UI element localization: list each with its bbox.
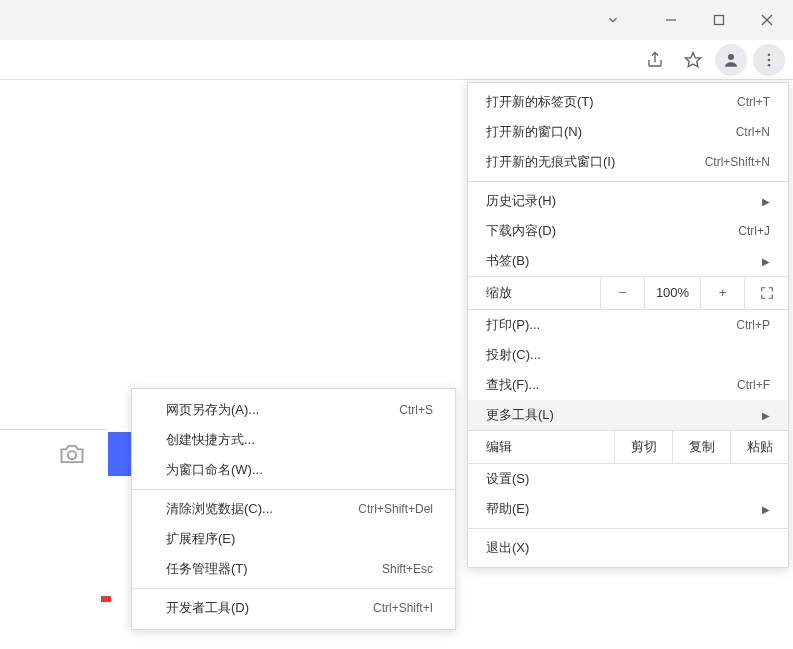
close-icon [761,14,773,26]
chevron-down-icon [606,13,620,27]
menu-label: 打开新的窗口(N) [486,123,736,141]
copy-button[interactable]: 复制 [672,430,730,464]
menu-new-window[interactable]: 打开新的窗口(N) Ctrl+N [468,117,788,147]
menu-downloads[interactable]: 下载内容(D) Ctrl+J [468,216,788,246]
submenu-name-window[interactable]: 为窗口命名(W)... [132,455,455,485]
kebab-menu-icon [760,51,778,69]
menu-label: 下载内容(D) [486,222,738,240]
svg-rect-1 [715,16,724,25]
submenu-separator [132,588,455,589]
submenu-clear-browsing-data[interactable]: 清除浏览数据(C)... Ctrl+Shift+Del [132,494,455,524]
menu-label: 查找(F)... [486,376,737,394]
profile-icon [722,51,740,69]
svg-point-9 [68,451,76,459]
menu-label: 更多工具(L) [486,406,754,424]
menu-separator [468,181,788,182]
menu-shortcut: Ctrl+Shift+N [705,155,770,169]
window-titlebar [0,0,793,40]
menu-edit-row: 编辑 剪切 复制 粘贴 [468,430,788,464]
menu-more-tools[interactable]: 更多工具(L) ▶ [468,400,788,430]
menu-incognito[interactable]: 打开新的无痕式窗口(I) Ctrl+Shift+N [468,147,788,177]
submenu-label: 任务管理器(T) [166,560,382,578]
camera-icon [58,440,86,468]
menu-label: 打开新的标签页(T) [486,93,737,111]
share-icon [646,51,664,69]
zoom-in-button[interactable]: + [700,276,744,310]
star-icon [684,51,702,69]
submenu-arrow-icon: ▶ [762,256,770,267]
menu-label: 退出(X) [486,539,770,557]
svg-point-8 [768,63,771,66]
page-divider [0,429,108,430]
red-indicator [101,596,111,602]
page-accent-strip [108,432,131,476]
zoom-value: 100% [644,276,700,310]
cut-button[interactable]: 剪切 [614,430,672,464]
submenu-developer-tools[interactable]: 开发者工具(D) Ctrl+Shift+I [132,593,455,623]
menu-shortcut: Ctrl+T [737,95,770,109]
submenu-save-page-as[interactable]: 网页另存为(A)... Ctrl+S [132,395,455,425]
submenu-shortcut: Shift+Esc [382,562,433,576]
menu-shortcut: Ctrl+J [738,224,770,238]
menu-separator [468,528,788,529]
menu-help[interactable]: 帮助(E) ▶ [468,494,788,524]
main-menu-button[interactable] [753,44,785,76]
submenu-label: 为窗口命名(W)... [166,461,433,479]
menu-zoom-row: 缩放 − 100% + [468,276,788,310]
minimize-button[interactable] [649,4,693,36]
close-button[interactable] [745,4,789,36]
submenu-label: 扩展程序(E) [166,530,433,548]
submenu-shortcut: Ctrl+S [399,403,433,417]
menu-label: 书签(B) [486,252,754,270]
profile-button[interactable] [715,44,747,76]
submenu-label: 清除浏览数据(C)... [166,500,358,518]
bookmark-star-button[interactable] [677,44,709,76]
menu-find[interactable]: 查找(F)... Ctrl+F [468,370,788,400]
fullscreen-button[interactable] [744,276,788,310]
paste-button[interactable]: 粘贴 [730,430,788,464]
menu-shortcut: Ctrl+F [737,378,770,392]
menu-shortcut: Ctrl+P [736,318,770,332]
submenu-arrow-icon: ▶ [762,410,770,421]
menu-shortcut: Ctrl+N [736,125,770,139]
maximize-button[interactable] [697,4,741,36]
share-button[interactable] [639,44,671,76]
svg-point-5 [728,54,734,60]
submenu-extensions[interactable]: 扩展程序(E) [132,524,455,554]
minimize-icon [665,14,677,26]
svg-point-7 [768,58,771,61]
more-tools-submenu: 网页另存为(A)... Ctrl+S 创建快捷方式... 为窗口命名(W)...… [131,388,456,630]
submenu-shortcut: Ctrl+Shift+I [373,601,433,615]
submenu-arrow-icon: ▶ [762,196,770,207]
submenu-label: 网页另存为(A)... [166,401,399,419]
menu-bookmarks[interactable]: 书签(B) ▶ [468,246,788,276]
menu-settings[interactable]: 设置(S) [468,464,788,494]
menu-print[interactable]: 打印(P)... Ctrl+P [468,310,788,340]
browser-toolbar [0,40,793,80]
menu-label: 历史记录(H) [486,192,754,210]
submenu-arrow-icon: ▶ [762,504,770,515]
svg-marker-4 [686,52,701,66]
menu-cast[interactable]: 投射(C)... [468,340,788,370]
menu-exit[interactable]: 退出(X) [468,533,788,563]
menu-label: 投射(C)... [486,346,770,364]
submenu-label: 开发者工具(D) [166,599,373,617]
menu-label: 打开新的无痕式窗口(I) [486,153,705,171]
main-menu: 打开新的标签页(T) Ctrl+T 打开新的窗口(N) Ctrl+N 打开新的无… [467,82,789,568]
submenu-shortcut: Ctrl+Shift+Del [358,502,433,516]
menu-history[interactable]: 历史记录(H) ▶ [468,186,788,216]
menu-label: 设置(S) [486,470,770,488]
svg-point-6 [768,53,771,56]
submenu-label: 创建快捷方式... [166,431,433,449]
maximize-icon [713,14,725,26]
zoom-label: 缩放 [486,284,600,302]
submenu-create-shortcut[interactable]: 创建快捷方式... [132,425,455,455]
menu-label: 帮助(E) [486,500,754,518]
menu-new-tab[interactable]: 打开新的标签页(T) Ctrl+T [468,87,788,117]
tab-dropdown-button[interactable] [591,4,635,36]
submenu-task-manager[interactable]: 任务管理器(T) Shift+Esc [132,554,455,584]
edit-label: 编辑 [486,438,614,456]
menu-label: 打印(P)... [486,316,736,334]
zoom-out-button[interactable]: − [600,276,644,310]
submenu-separator [132,489,455,490]
